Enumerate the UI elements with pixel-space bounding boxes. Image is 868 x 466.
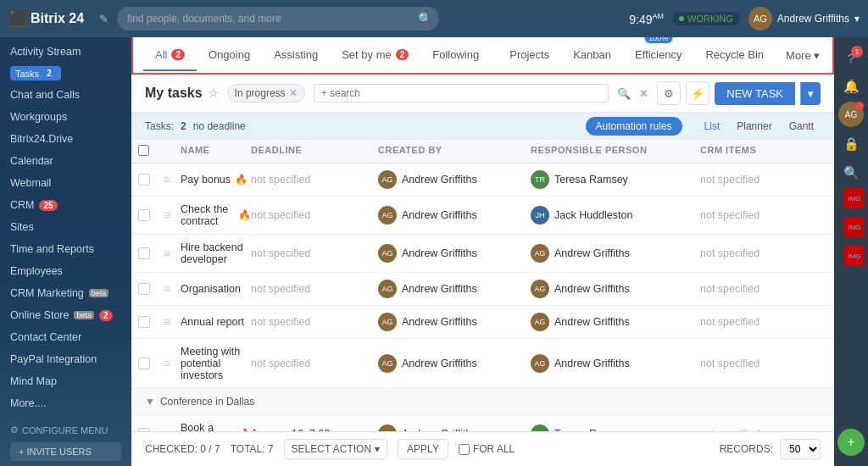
task-created-by: AG Andrew Griffiths bbox=[378, 170, 531, 189]
sidebar-item-label: Webmail bbox=[10, 177, 51, 189]
filter-chip-in-progress[interactable]: In progress ✕ bbox=[227, 84, 305, 103]
new-task-dropdown-button[interactable]: ▾ bbox=[800, 82, 821, 105]
task-deadline: not specified bbox=[251, 316, 378, 328]
task-crm: not specified bbox=[700, 174, 827, 186]
search-input[interactable] bbox=[117, 7, 439, 31]
sidebar-item-drive[interactable]: Bitrix24.Drive bbox=[0, 128, 131, 150]
user-info[interactable]: AG Andrew Griffiths ▾ bbox=[748, 7, 860, 31]
tab-ongoing[interactable]: Ongoing bbox=[197, 40, 262, 71]
select-all-checkbox[interactable] bbox=[138, 145, 149, 156]
sidebar-item-time-reports[interactable]: Time and Reports bbox=[0, 238, 131, 260]
task-count-bar: Tasks: 2 no deadline Automation rules Li… bbox=[131, 113, 834, 140]
tasks-header: My tasks ☆ In progress ✕ 🔍 ✕ ⚙ ⚡ NEW TAS… bbox=[131, 75, 834, 113]
automation-rules-button[interactable]: Automation rules bbox=[586, 117, 682, 136]
sidebar-item-mindmap[interactable]: Mind Map bbox=[0, 370, 131, 392]
invite-users-button[interactable]: + INVITE USERS bbox=[10, 442, 121, 461]
working-badge: WORKING bbox=[672, 12, 740, 25]
phone-icon-3[interactable]: 📞 IMG bbox=[837, 246, 865, 273]
settings-button[interactable]: ⚙ bbox=[657, 81, 681, 105]
sidebar-item-online-store[interactable]: Online Store beta 2 bbox=[0, 304, 131, 326]
avatar: AG bbox=[378, 244, 397, 263]
view-buttons: List Planner Gantt bbox=[698, 117, 821, 136]
tab-assisting[interactable]: Assisting bbox=[262, 40, 330, 71]
chip-close-icon[interactable]: ✕ bbox=[289, 87, 298, 99]
avatar: AG bbox=[531, 354, 549, 373]
new-task-button[interactable]: NEW TASK bbox=[715, 82, 795, 105]
clear-filter-icon[interactable]: ✕ bbox=[639, 87, 648, 100]
col-drag bbox=[164, 145, 181, 158]
row-checkbox[interactable] bbox=[138, 174, 164, 186]
list-view-button[interactable]: List bbox=[698, 117, 727, 136]
tab-more[interactable]: More ▾ bbox=[779, 41, 826, 70]
tab-following[interactable]: Following bbox=[420, 40, 491, 71]
sidebar-item-paypal[interactable]: PayPal Integration bbox=[0, 348, 131, 370]
help-icon[interactable]: ? 1 bbox=[837, 44, 865, 71]
section-label: Conference in Dallas bbox=[160, 396, 254, 408]
tab-all[interactable]: All 2 bbox=[143, 40, 197, 71]
tab-label: Ongoing bbox=[209, 48, 250, 61]
phone-icon-1[interactable]: 📞 IMG bbox=[837, 188, 865, 215]
row-checkbox[interactable] bbox=[138, 283, 164, 295]
user-avatar-panel[interactable]: AG bbox=[838, 102, 864, 127]
row-checkbox[interactable] bbox=[138, 209, 164, 221]
drag-handle-icon[interactable]: ≡ bbox=[164, 315, 181, 329]
drag-handle-icon[interactable]: ≡ bbox=[164, 357, 181, 370]
tab-kanban[interactable]: Kanban bbox=[561, 40, 623, 71]
lightning-button[interactable]: ⚡ bbox=[686, 81, 709, 105]
notifications-icon[interactable]: 🔔 bbox=[837, 73, 865, 100]
sidebar-item-crm-marketing[interactable]: CRM Marketing beta bbox=[0, 282, 131, 304]
avatar: AG bbox=[531, 280, 549, 298]
footer-right: RECORDS: 50 bbox=[720, 439, 821, 459]
tab-projects[interactable]: Projects bbox=[498, 40, 561, 71]
task-responsible: AG Andrew Griffiths bbox=[531, 244, 700, 263]
configure-menu[interactable]: ⚙ CONFIGURE MENU bbox=[10, 421, 121, 439]
search-panel-icon[interactable]: 🔍 bbox=[837, 159, 865, 186]
app-header: ⬛ Bitrix 24 ✎ 🔍 9:49AM WORKING AG Andrew… bbox=[0, 0, 868, 37]
edit-icon[interactable]: ✎ bbox=[99, 13, 108, 25]
header-actions: ⚙ ⚡ NEW TASK ▾ bbox=[657, 81, 821, 105]
select-action-dropdown[interactable]: SELECT ACTION ▾ bbox=[284, 439, 387, 459]
search-icon[interactable]: 🔍 bbox=[418, 12, 432, 25]
checked-count: CHECKED: 0 / 7 bbox=[145, 443, 220, 455]
tasks-count: 2 bbox=[181, 120, 186, 132]
phone-icon-2[interactable]: 📞 IMG bbox=[837, 217, 865, 244]
row-checkbox[interactable] bbox=[138, 358, 164, 369]
tab-recycle-bin[interactable]: Recycle Bin bbox=[693, 40, 776, 71]
green-action-button[interactable]: + bbox=[837, 429, 865, 456]
gantt-view-button[interactable]: Gantt bbox=[782, 117, 821, 136]
right-panel: ? 1 🔔 AG 🔒 🔍 📞 IMG 📞 IMG 📞 IMG + bbox=[834, 37, 868, 466]
sidebar-item-webmail[interactable]: Webmail bbox=[0, 172, 131, 194]
records-per-page-select[interactable]: 50 bbox=[780, 439, 821, 459]
planner-view-button[interactable]: Planner bbox=[730, 117, 778, 136]
task-created-by: AG Andrew Griffiths bbox=[378, 244, 531, 263]
sidebar-item-employees[interactable]: Employees bbox=[0, 260, 131, 282]
drag-handle-icon[interactable]: ≡ bbox=[164, 282, 181, 296]
drag-handle-icon[interactable]: ≡ bbox=[164, 173, 181, 186]
avatar: TR bbox=[531, 424, 549, 431]
sidebar-item-more[interactable]: More.... bbox=[0, 392, 131, 414]
section-toggle-icon[interactable]: ▼ bbox=[145, 396, 155, 408]
apply-button[interactable]: APPLY bbox=[398, 439, 448, 459]
for-all-checkbox[interactable]: FOR ALL bbox=[459, 443, 515, 455]
drag-handle-icon[interactable]: ≡ bbox=[164, 208, 181, 222]
sidebar-item-chat[interactable]: Chat and Calls bbox=[0, 84, 131, 106]
sidebar-item-crm[interactable]: CRM 25 bbox=[0, 194, 131, 216]
filter-search-input[interactable] bbox=[314, 84, 609, 103]
lock-icon[interactable]: 🔒 bbox=[837, 130, 865, 158]
sidebar-item-tasks[interactable]: Tasks 2 bbox=[10, 66, 61, 80]
task-responsible: AG Andrew Griffiths bbox=[531, 313, 700, 331]
drag-handle-icon[interactable]: ≡ bbox=[164, 247, 181, 260]
row-checkbox[interactable] bbox=[138, 316, 164, 328]
row-checkbox[interactable] bbox=[138, 247, 164, 259]
search-filter-icon[interactable]: 🔍 bbox=[617, 87, 631, 100]
tab-set-by-me[interactable]: Set by me 2 bbox=[330, 40, 420, 71]
for-all-input[interactable] bbox=[459, 444, 470, 455]
sidebar-item-workgroups[interactable]: Workgroups bbox=[0, 106, 131, 128]
sidebar-item-calendar[interactable]: Calendar bbox=[0, 150, 131, 172]
sidebar-item-activity-stream[interactable]: Activity Stream bbox=[0, 41, 131, 63]
sidebar-item-contact-center[interactable]: Contact Center bbox=[0, 326, 131, 348]
sidebar-item-sites[interactable]: Sites bbox=[0, 216, 131, 238]
tab-efficiency[interactable]: 100% Efficiency bbox=[623, 40, 693, 71]
star-icon[interactable]: ☆ bbox=[208, 86, 219, 100]
sidebar: Activity Stream Tasks 2 Chat and Calls W… bbox=[0, 37, 131, 466]
